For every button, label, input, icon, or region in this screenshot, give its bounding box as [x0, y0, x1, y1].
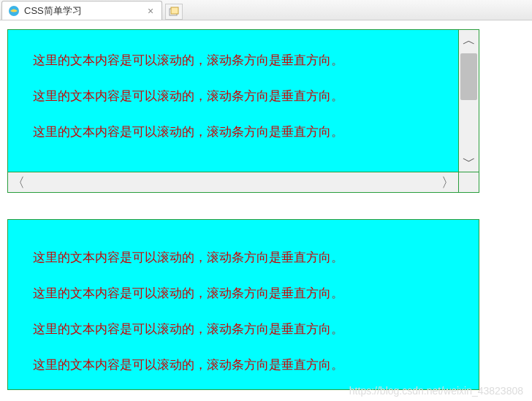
- scroll-box-both: 这里的文本内容是可以滚动的，滚动条方向是垂直方向。 这里的文本内容是可以滚动的，…: [7, 29, 479, 193]
- content-line: 这里的文本内容是可以滚动的，滚动条方向是垂直方向。: [33, 52, 458, 69]
- svg-rect-2: [171, 7, 178, 14]
- content-line: 这里的文本内容是可以滚动的，滚动条方向是垂直方向。: [33, 249, 479, 266]
- horizontal-scrollbar[interactable]: 〈 〉: [8, 172, 458, 192]
- scroll-thumb-vertical[interactable]: [460, 53, 477, 100]
- content-line: 这里的文本内容是可以滚动的，滚动条方向是垂直方向。: [33, 285, 479, 302]
- scroll-corner: [458, 172, 479, 192]
- vertical-scrollbar[interactable]: ︿ ﹀: [458, 30, 479, 172]
- scroll-box-hidden: 这里的文本内容是可以滚动的，滚动条方向是垂直方向。 这里的文本内容是可以滚动的，…: [7, 219, 479, 390]
- ie-favicon-icon: [8, 5, 20, 17]
- content-line: 这里的文本内容是可以滚动的，滚动条方向是垂直方向。: [33, 88, 458, 104]
- content-line: 这里的文本内容是可以滚动的，滚动条方向是垂直方向。: [33, 356, 479, 373]
- content-line: 这里的文本内容是可以滚动的，滚动条方向是垂直方向。: [33, 321, 479, 337]
- browser-tab-bar: CSS简单学习 ×: [0, 0, 532, 20]
- scroll-left-button[interactable]: 〈: [8, 172, 28, 192]
- new-tab-button[interactable]: [165, 4, 183, 20]
- browser-tab[interactable]: CSS简单学习 ×: [1, 1, 162, 20]
- scroll-track-horizontal[interactable]: [28, 172, 438, 192]
- scroll-track-vertical[interactable]: [459, 50, 479, 151]
- scroll-up-button[interactable]: ︿: [459, 30, 479, 50]
- close-tab-button[interactable]: ×: [145, 6, 156, 16]
- tab-title: CSS简单学习: [24, 4, 145, 18]
- content-line: 这里的文本内容是可以滚动的，滚动条方向是垂直方向。: [33, 123, 458, 140]
- scroll-right-button[interactable]: 〉: [438, 172, 458, 192]
- page-content: 这里的文本内容是可以滚动的，滚动条方向是垂直方向。 这里的文本内容是可以滚动的，…: [0, 20, 532, 390]
- scroll-down-button[interactable]: ﹀: [459, 151, 479, 172]
- scroll-viewport: 这里的文本内容是可以滚动的，滚动条方向是垂直方向。 这里的文本内容是可以滚动的，…: [8, 30, 458, 172]
- scroll-viewport: 这里的文本内容是可以滚动的，滚动条方向是垂直方向。 这里的文本内容是可以滚动的，…: [8, 220, 479, 373]
